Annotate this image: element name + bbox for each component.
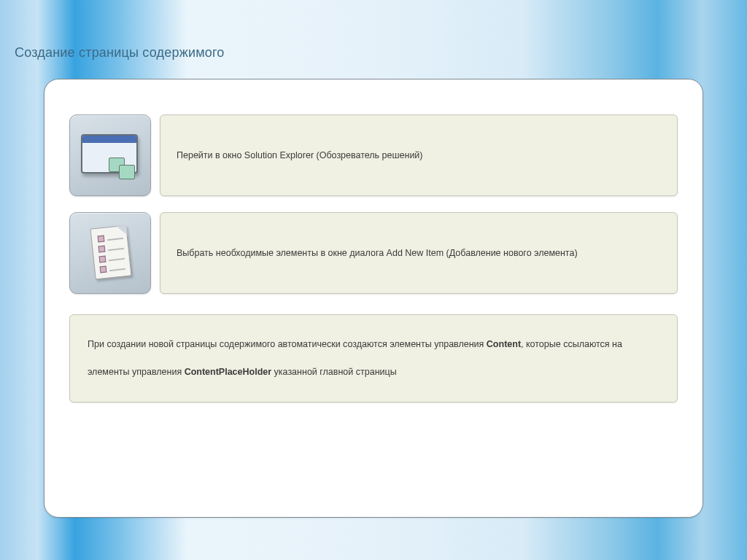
content-panel: Перейти в окно Solution Explorer (Обозре… xyxy=(44,79,703,518)
slide-title: Создание страницы содержимого xyxy=(15,45,225,61)
step-row-1: Перейти в окно Solution Explorer (Обозре… xyxy=(69,114,678,196)
step-1-description: Перейти в окно Solution Explorer (Обозре… xyxy=(160,114,678,196)
note-bold-placeholder: ContentPlaceHolder xyxy=(185,367,271,377)
note-text-post: указанной главной страницы xyxy=(271,367,397,377)
step-row-2: Выбрать необходимые элементы в окне диал… xyxy=(69,212,678,294)
step-1-thumbnail xyxy=(69,114,151,196)
note-box: При создании новой страницы содержимого … xyxy=(69,314,678,402)
note-text-pre: При создании новой страницы содержимого … xyxy=(88,339,487,349)
solution-explorer-icon xyxy=(81,134,139,176)
checklist-document-icon xyxy=(88,225,132,281)
note-bold-content: Content xyxy=(487,339,521,349)
step-2-thumbnail xyxy=(69,212,151,294)
step-2-description: Выбрать необходимые элементы в окне диал… xyxy=(160,212,678,294)
step-2-text: Выбрать необходимые элементы в окне диал… xyxy=(177,241,578,265)
step-1-text: Перейти в окно Solution Explorer (Обозре… xyxy=(177,144,423,168)
